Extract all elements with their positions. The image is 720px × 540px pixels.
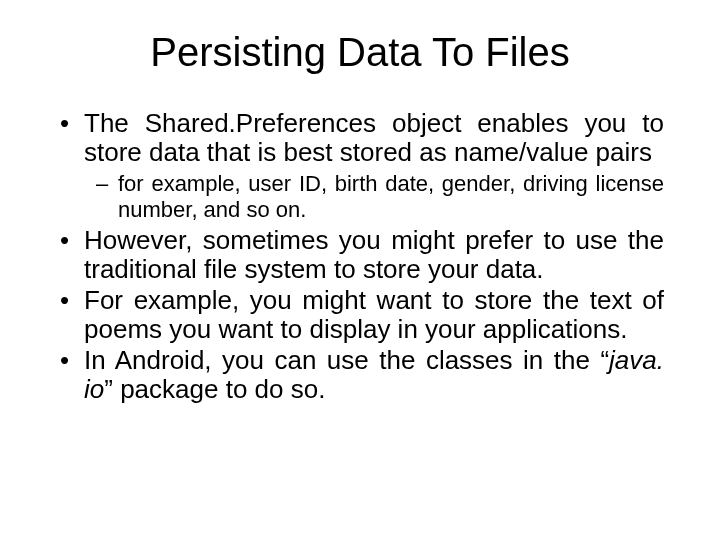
sub-list: for example, user ID, birth date, gender… [92,171,664,222]
bullet-text: For example, you might want to store the… [84,286,664,344]
bullet-text: However, sometimes you might prefer to u… [84,226,664,284]
list-item: In Android, you can use the classes in t… [56,346,664,404]
bullet-text: In Android, you can use the classes in t… [84,346,664,404]
sub-bullet-text: for example, user ID, birth date, gender… [118,171,664,222]
slide-title: Persisting Data To Files [56,30,664,75]
bullet-text-pre: In Android, you can use the classes in t… [84,345,609,375]
bullet-text: The Shared.Preferences object enables yo… [84,109,664,167]
list-item: for example, user ID, birth date, gender… [92,171,664,222]
list-item: However, sometimes you might prefer to u… [56,226,664,284]
bullet-text-post: ” package to do so. [104,374,325,404]
list-item: For example, you might want to store the… [56,286,664,344]
slide: Persisting Data To Files The Shared.Pref… [0,0,720,540]
list-item: The Shared.Preferences object enables yo… [56,109,664,222]
bullet-list: The Shared.Preferences object enables yo… [56,109,664,404]
